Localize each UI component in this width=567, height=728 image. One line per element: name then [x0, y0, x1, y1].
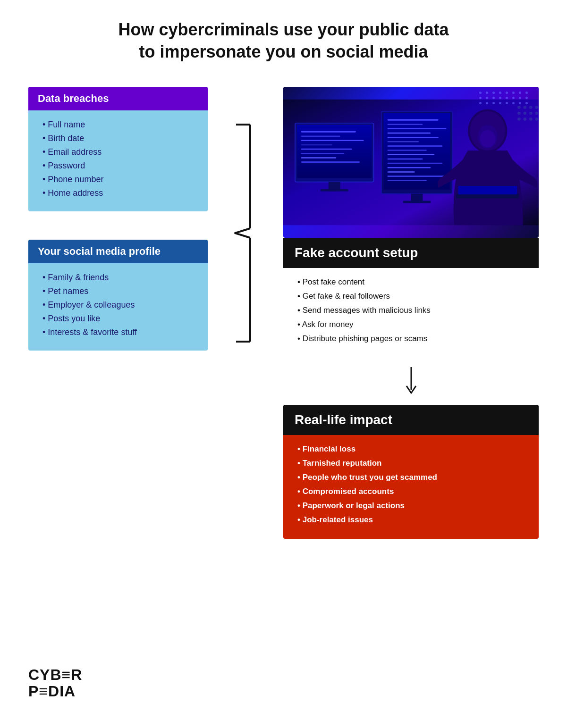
fake-account-header: Fake account setup	[283, 238, 539, 268]
list-item: Interests & favorite stuff	[42, 327, 198, 337]
logo-text: CYB≡R P≡DIA	[28, 667, 82, 700]
svg-rect-8	[301, 135, 340, 136]
logo: CYB≡R P≡DIA	[28, 667, 82, 700]
list-item: Posts you like	[42, 314, 198, 324]
list-item: People who trust you get scammed	[297, 473, 529, 482]
list-item: Send messages with malicious links	[297, 306, 529, 315]
fake-account-label: Fake account setup	[295, 245, 418, 260]
svg-rect-32	[388, 176, 447, 176]
page-title: How cybercriminals use your public data …	[28, 19, 539, 63]
svg-point-41	[480, 130, 495, 147]
social-profile-header: Your social media profile	[28, 240, 208, 263]
content-layout: Data breaches Full name Birth date Email…	[28, 87, 539, 539]
svg-rect-7	[301, 131, 356, 132]
svg-rect-16	[321, 189, 348, 191]
svg-rect-20	[388, 124, 423, 125]
list-item: Distribute phishing pages or scams	[297, 334, 529, 343]
bg-decoration	[479, 92, 529, 104]
svg-point-53	[535, 117, 539, 121]
svg-rect-22	[388, 132, 431, 133]
list-item: Post fake content	[297, 277, 529, 287]
svg-point-47	[524, 111, 527, 115]
svg-point-44	[529, 106, 533, 109]
svg-rect-10	[301, 144, 332, 145]
data-breaches-header: Data breaches	[28, 87, 208, 110]
list-item: Paperwork or legal actions	[297, 501, 529, 510]
bracket-connector	[227, 115, 264, 351]
svg-rect-12	[301, 153, 344, 154]
svg-point-49	[535, 111, 539, 115]
svg-rect-26	[388, 150, 427, 151]
svg-rect-23	[388, 136, 439, 137]
fake-account-list: Post fake content Get fake & real follow…	[283, 268, 539, 358]
title-line1: How cybercriminals use your public data	[118, 20, 449, 39]
svg-rect-28	[388, 158, 423, 159]
list-item: Password	[42, 161, 198, 171]
svg-point-45	[535, 106, 539, 109]
title-line2: to impersonate you on social media	[139, 42, 428, 61]
list-item: Employer & colleagues	[42, 300, 198, 310]
svg-rect-34	[411, 193, 423, 201]
svg-rect-29	[388, 162, 443, 163]
social-profile-list: Family & friends Pet names Employer & co…	[28, 263, 208, 351]
svg-point-51	[524, 117, 527, 121]
svg-point-42	[517, 106, 521, 109]
real-impact-box: Real-life impact Financial loss Tarnishe…	[283, 405, 539, 539]
svg-rect-21	[388, 128, 447, 129]
list-item: Pet names	[42, 286, 198, 296]
svg-rect-35	[403, 201, 431, 203]
list-item: Tarnished reputation	[297, 459, 529, 468]
left-column: Data breaches Full name Birth date Email…	[28, 87, 208, 351]
arrow-down-icon	[404, 367, 418, 395]
logo-line1: CYB≡R	[28, 667, 82, 683]
svg-rect-19	[388, 119, 439, 120]
svg-rect-30	[388, 167, 431, 168]
svg-rect-6	[297, 125, 372, 178]
svg-rect-11	[301, 148, 352, 149]
list-item: Birth date	[42, 134, 198, 143]
svg-point-50	[517, 117, 521, 121]
list-item: Home address	[42, 188, 198, 198]
data-breaches-list: Full name Birth date Email address Passw…	[28, 110, 208, 211]
real-impact-list: Financial loss Tarnished reputation Peop…	[283, 435, 539, 539]
social-profile-box: Your social media profile Family & frien…	[28, 240, 208, 351]
list-item: Financial loss	[297, 444, 529, 454]
list-item: Get fake & real followers	[297, 292, 529, 301]
svg-rect-14	[301, 161, 360, 162]
svg-rect-9	[301, 140, 364, 141]
list-item: Family & friends	[42, 273, 198, 283]
hacker-image	[283, 87, 539, 238]
svg-rect-13	[301, 157, 336, 158]
fake-account-box: Fake account setup Post fake content Get…	[283, 238, 539, 358]
list-item: Ask for money	[297, 320, 529, 329]
logo-line2: P≡DIA	[28, 683, 82, 700]
page-container: How cybercriminals use your public data …	[0, 0, 567, 728]
svg-point-48	[529, 111, 533, 115]
data-breaches-label: Data breaches	[38, 92, 109, 104]
list-item: Compromised accounts	[297, 487, 529, 496]
svg-point-46	[517, 111, 521, 115]
arrow-container	[283, 358, 539, 400]
data-breaches-box: Data breaches Full name Birth date Email…	[28, 87, 208, 211]
svg-rect-15	[329, 182, 340, 190]
svg-rect-39	[458, 186, 517, 194]
real-impact-label: Real-life impact	[295, 412, 392, 427]
svg-rect-33	[388, 180, 427, 181]
svg-rect-27	[388, 154, 435, 155]
svg-rect-25	[388, 145, 443, 146]
real-impact-header: Real-life impact	[283, 405, 539, 435]
svg-rect-31	[388, 171, 415, 172]
list-item: Email address	[42, 147, 198, 157]
social-profile-label: Your social media profile	[38, 245, 161, 257]
svg-point-52	[529, 117, 533, 121]
list-item: Full name	[42, 120, 198, 130]
svg-rect-24	[388, 141, 419, 142]
list-item: Job-related issues	[297, 515, 529, 525]
list-item: Phone number	[42, 175, 198, 184]
svg-point-43	[524, 106, 527, 109]
right-column: Fake account setup Post fake content Get…	[283, 87, 539, 539]
